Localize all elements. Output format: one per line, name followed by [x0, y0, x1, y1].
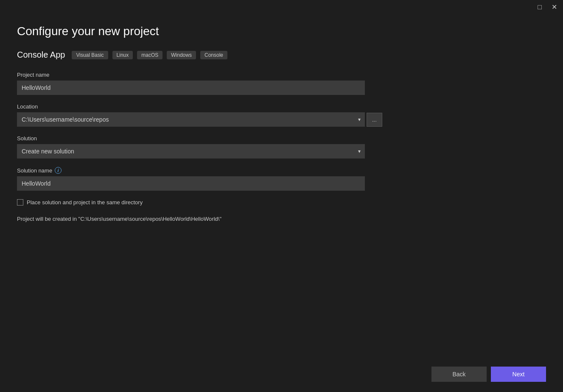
- footer: Back Next: [0, 360, 563, 392]
- form-section: Project name Location C:\Users\username\…: [17, 72, 546, 351]
- solution-name-label: Solution name i: [17, 167, 546, 174]
- same-directory-row: Place solution and project in the same d…: [17, 199, 546, 206]
- browse-button[interactable]: ...: [367, 113, 382, 127]
- solution-name-group: Solution name i: [17, 167, 546, 191]
- tag-visual-basic: Visual Basic: [72, 51, 108, 59]
- solution-select-wrapper: Create new solution Add to solution None…: [17, 144, 365, 158]
- close-button[interactable]: ✕: [550, 3, 558, 11]
- solution-name-label-text: Solution name: [17, 167, 52, 174]
- location-label: Location: [17, 103, 546, 110]
- project-name-group: Project name: [17, 72, 546, 95]
- tag-macos: macOS: [137, 51, 162, 59]
- page-title: Configure your new project: [17, 25, 546, 38]
- location-row: C:\Users\username\source\repos ▾ ...: [17, 112, 546, 127]
- same-directory-label: Place solution and project in the same d…: [27, 199, 143, 206]
- location-select[interactable]: C:\Users\username\source\repos: [17, 112, 365, 127]
- solution-group: Solution Create new solution Add to solu…: [17, 135, 546, 158]
- configure-project-window: □ ✕ Configure your new project Console A…: [0, 0, 563, 392]
- solution-name-input[interactable]: [17, 176, 365, 191]
- project-name-input[interactable]: [17, 81, 365, 95]
- solution-select[interactable]: Create new solution Add to solution None: [17, 144, 365, 158]
- same-directory-checkbox[interactable]: [17, 199, 23, 206]
- solution-label: Solution: [17, 135, 546, 142]
- location-group: Location C:\Users\username\source\repos …: [17, 103, 546, 127]
- tag-linux: Linux: [112, 51, 133, 59]
- project-path-info: Project will be created in "C:\Users\use…: [17, 216, 546, 222]
- minimize-button[interactable]: □: [536, 3, 543, 11]
- app-name-label: Console App: [17, 50, 65, 60]
- tag-console: Console: [200, 51, 227, 59]
- main-content: Configure your new project Console App V…: [0, 14, 563, 360]
- solution-name-info-icon[interactable]: i: [55, 167, 62, 174]
- project-name-label: Project name: [17, 72, 546, 78]
- title-bar: □ ✕: [0, 0, 563, 14]
- app-row: Console App Visual Basic Linux macOS Win…: [17, 50, 546, 60]
- back-button[interactable]: Back: [431, 367, 487, 382]
- tag-windows: Windows: [167, 51, 196, 59]
- next-button[interactable]: Next: [491, 367, 546, 382]
- location-select-wrapper: C:\Users\username\source\repos ▾: [17, 112, 365, 127]
